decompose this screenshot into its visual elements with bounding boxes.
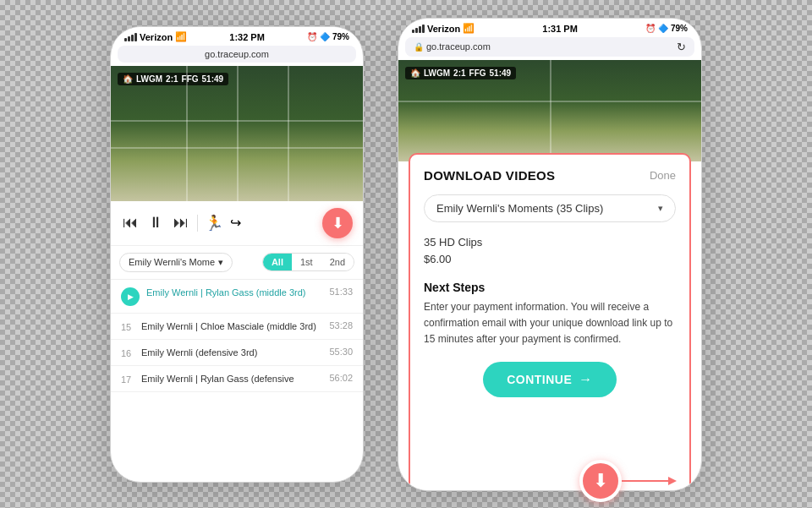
- share-icon: ↪: [230, 215, 241, 231]
- tab-1st[interactable]: 1st: [292, 254, 321, 270]
- download-button[interactable]: ⬇: [322, 208, 353, 238]
- url-text: go.traceup.com: [426, 41, 491, 52]
- home-icon: 🏠: [123, 74, 133, 84]
- clip-time: 56:02: [329, 373, 353, 383]
- clock-label: 51:49: [202, 74, 224, 84]
- continue-button[interactable]: CONTINUE →: [483, 362, 617, 397]
- arrow-connector: ⬇: [579, 460, 672, 502]
- time-label: 1:31 PM: [542, 24, 578, 34]
- clip-title: Emily Wernli | Rylan Gass (middle 3rd): [146, 287, 322, 298]
- clock-label: 51:49: [490, 68, 512, 78]
- controls-divider: [197, 215, 198, 232]
- team1-label: LWGM: [424, 68, 450, 78]
- right-video-preview: 🏠 LWGM 2:1 FFG 51:49: [398, 60, 701, 161]
- left-video-area: 🏠 LWGM 2:1 FFG 51:49: [111, 66, 363, 201]
- right-url-bar[interactable]: 🔒 go.traceup.com ↻: [405, 37, 694, 57]
- left-status-right: ⏰ 🔷 79%: [307, 32, 349, 41]
- playlist-label: Emily Wernli's Mome: [129, 257, 215, 267]
- bluetooth-icon: 🔷: [320, 32, 330, 41]
- continue-label: CONTINUE: [507, 373, 572, 386]
- reload-icon[interactable]: ↻: [677, 41, 686, 53]
- right-score-overlay: 🏠 LWGM 2:1 FFG 51:49: [405, 67, 516, 79]
- left-controls-bar: ⏮ ⏸ ⏭ 🏃 ↪ ⬇: [111, 201, 363, 246]
- url-text: go.traceup.com: [205, 49, 269, 59]
- carrier-label: Verizon: [427, 24, 460, 34]
- download-indicator: ⬇: [579, 460, 622, 502]
- select-label: Emily Wernli's Moments (35 Clips): [436, 202, 603, 215]
- home-icon: 🏠: [410, 68, 420, 78]
- next-steps-text: Enter your payment information. You will…: [424, 299, 676, 348]
- bluetooth-icon: 🔷: [658, 24, 668, 33]
- play-icon: ▶: [121, 287, 140, 306]
- clip-info: Emily Wernli | Rylan Gass (defensive: [141, 373, 322, 385]
- clip-number: 17: [121, 374, 134, 385]
- next-button[interactable]: ⏭: [172, 212, 190, 233]
- price-label: $6.00: [424, 251, 676, 269]
- wifi-icon: 📶: [463, 23, 475, 34]
- wifi-icon: 📶: [175, 31, 187, 42]
- left-score-overlay: 🏠 LWGM 2:1 FFG 51:49: [118, 73, 228, 85]
- team2-label: FFG: [469, 68, 486, 78]
- clip-info: Emily Wernli | Chloe Masciale (middle 3r…: [141, 320, 322, 332]
- clip-time: 53:28: [329, 320, 353, 330]
- right-status-right: ⏰ 🔷 79%: [645, 24, 688, 33]
- clip-number: 15: [121, 322, 134, 332]
- tab-2nd[interactable]: 2nd: [321, 254, 354, 270]
- alarm-icon: ⏰: [645, 24, 656, 33]
- list-item[interactable]: 16 Emily Wernli (defensive 3rd) 55:30: [111, 340, 363, 366]
- clip-select-dropdown[interactable]: Emily Wernli's Moments (35 Clips) ▾: [424, 194, 676, 222]
- run-icon: 🏃: [205, 214, 223, 232]
- team1-label: LWGM: [136, 74, 162, 84]
- arrow-right-icon: →: [579, 372, 593, 387]
- filter-row: Emily Wernli's Mome ▾ All 1st 2nd: [111, 246, 363, 280]
- clip-time: 51:33: [329, 287, 353, 297]
- clip-info: Emily Wernli (defensive 3rd): [141, 347, 322, 358]
- clip-list: ▶ Emily Wernli | Rylan Gass (middle 3rd)…: [111, 280, 363, 483]
- battery-label: 79%: [671, 24, 688, 33]
- signal-icon: [124, 33, 137, 41]
- clips-info: 35 HD Clips $6.00: [424, 234, 676, 270]
- clips-count: 35 HD Clips: [424, 234, 676, 252]
- modal-title: DOWNLOAD VIDEOS: [424, 168, 555, 183]
- arrow-head: [668, 477, 677, 485]
- playlist-dropdown[interactable]: Emily Wernli's Mome ▾: [119, 253, 233, 272]
- list-item[interactable]: ▶ Emily Wernli | Rylan Gass (middle 3rd)…: [111, 280, 363, 314]
- right-status-left: Verizon 📶: [412, 23, 475, 34]
- right-phone: Verizon 📶 1:31 PM ⏰ 🔷 79% 🔒 go.traceup.c…: [398, 18, 702, 491]
- modal-header: DOWNLOAD VIDEOS Done: [424, 168, 676, 183]
- done-button[interactable]: Done: [650, 169, 676, 182]
- next-steps-title: Next Steps: [424, 281, 676, 294]
- team2-label: FFG: [182, 74, 199, 84]
- download-modal: DOWNLOAD VIDEOS Done Emily Wernli's Mome…: [409, 153, 691, 491]
- tab-all[interactable]: All: [263, 254, 292, 270]
- score-label: 2:1: [166, 74, 178, 84]
- alarm-icon: ⏰: [307, 32, 317, 41]
- signal-icon: [412, 25, 425, 33]
- clip-info: Emily Wernli | Rylan Gass (middle 3rd): [146, 287, 322, 298]
- lock-icon: 🔒: [414, 42, 424, 52]
- download-icon: ⬇: [332, 214, 344, 232]
- score-label: 2:1: [453, 68, 465, 78]
- left-phone: Verizon 📶 1:32 PM ⏰ 🔷 79% go.traceup.com…: [110, 26, 364, 483]
- arrow-line: [622, 480, 672, 482]
- carrier-label: Verizon: [140, 32, 173, 42]
- filter-tabs: All 1st 2nd: [262, 253, 354, 271]
- time-label: 1:32 PM: [229, 32, 265, 42]
- right-status-bar: Verizon 📶 1:31 PM ⏰ 🔷 79%: [398, 19, 701, 37]
- clip-title: Emily Wernli | Chloe Masciale (middle 3r…: [141, 320, 322, 332]
- list-item[interactable]: 15 Emily Wernli | Chloe Masciale (middle…: [111, 314, 363, 340]
- clip-time: 55:30: [329, 347, 353, 357]
- prev-button[interactable]: ⏮: [121, 212, 140, 233]
- left-status-left: Verizon 📶: [124, 31, 187, 42]
- pause-button[interactable]: ⏸: [146, 212, 165, 233]
- list-item[interactable]: 17 Emily Wernli | Rylan Gass (defensive …: [111, 366, 363, 392]
- battery-label: 79%: [332, 32, 349, 41]
- chevron-down-icon: ▾: [218, 257, 223, 268]
- left-status-bar: Verizon 📶 1:32 PM ⏰ 🔷 79%: [111, 27, 363, 46]
- clip-title: Emily Wernli (defensive 3rd): [141, 347, 322, 358]
- clip-number: 16: [121, 348, 134, 358]
- left-url-bar[interactable]: go.traceup.com: [118, 46, 356, 63]
- clip-title: Emily Wernli | Rylan Gass (defensive: [141, 373, 322, 385]
- chevron-down-icon: ▾: [658, 203, 663, 214]
